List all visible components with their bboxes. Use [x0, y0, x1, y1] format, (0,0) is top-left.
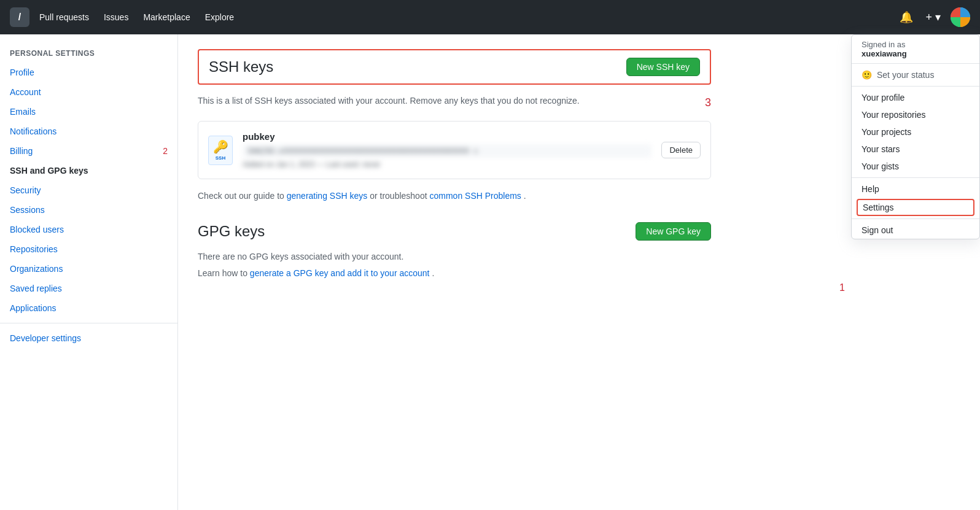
- sidebar-divider: [0, 323, 177, 323]
- generating-ssh-keys-link[interactable]: generating SSH keys: [287, 191, 368, 201]
- user-dropdown-menu: Signed in as xuexiawang 🙂 Set your statu…: [851, 34, 980, 239]
- notifications-bell-button[interactable]: 🔔: [897, 8, 916, 26]
- logo-label: /: [18, 12, 21, 23]
- sidebar-item-repositories[interactable]: Repositories: [0, 239, 177, 259]
- delete-key-button[interactable]: Delete: [661, 142, 701, 158]
- dropdown-divider-2: [852, 86, 979, 87]
- key-icon: 🔑 SSH: [208, 136, 233, 165]
- dropdown-username: xuexiawang: [861, 49, 907, 58]
- new-ssh-key-button[interactable]: New SSH key: [626, 58, 700, 76]
- nav-marketplace[interactable]: Marketplace: [143, 12, 190, 22]
- signed-in-label: Signed in as: [861, 40, 906, 49]
- dropdown-divider-3: [852, 177, 979, 178]
- nav-issues[interactable]: Issues: [104, 12, 128, 22]
- ssh-section-desc: This is a list of SSH keys associated wi…: [198, 95, 711, 111]
- smiley-icon: 🙂: [861, 70, 872, 80]
- gpg-section-title: GPG keys: [198, 223, 265, 240]
- gpg-desc-text: There are no GPG keys associated with yo…: [198, 250, 711, 263]
- key-name: pubkey: [243, 131, 651, 142]
- ssh-key-card: 🔑 SSH pubkey SHA256:xXXXXXXXXXXXXXXXXXXX…: [198, 121, 711, 179]
- key-added-date: Added on Jan 1, 2023 — Last used: never: [243, 160, 651, 169]
- dropdown-divider-1: [852, 63, 979, 64]
- sidebar: Personal settings Profile Account Emails…: [0, 34, 178, 510]
- billing-label: Billing: [10, 146, 33, 156]
- your-gists-item[interactable]: Your gists: [852, 158, 979, 175]
- set-status-label: Set your status: [877, 70, 934, 80]
- help-item[interactable]: Help: [852, 180, 979, 198]
- header-nav: Pull requests Issues Marketplace Explore: [39, 12, 897, 22]
- key-info: pubkey SHA256:xXXXXXXXXXXXXXXXXXXXXXXXXX…: [243, 131, 651, 169]
- header: / Pull requests Issues Marketplace Explo…: [0, 0, 980, 34]
- set-status-item[interactable]: 🙂 Set your status: [852, 66, 979, 83]
- dropdown-divider-4: [852, 218, 979, 219]
- gpg-learn-prefix: Learn how to: [198, 268, 247, 278]
- sidebar-item-organizations[interactable]: Organizations: [0, 259, 177, 279]
- sidebar-item-blocked-users[interactable]: Blocked users: [0, 220, 177, 239]
- gpg-learn-text: Learn how to generate a GPG key and add …: [198, 268, 711, 278]
- nav-pull-requests[interactable]: Pull requests: [39, 12, 89, 22]
- sign-out-item[interactable]: Sign out: [852, 222, 979, 239]
- step-3-label: 3: [705, 95, 711, 111]
- guide-prefix: Check out our guide to: [198, 191, 284, 201]
- key-fingerprint: SHA256:xXXXXXXXXXXXXXXXXXXXXXXXXXXXXXXXX…: [243, 144, 651, 158]
- header-logo[interactable]: /: [10, 7, 29, 27]
- key-type-label: SSH: [216, 155, 225, 161]
- sidebar-item-applications[interactable]: Applications: [0, 298, 177, 318]
- plus-menu-button[interactable]: + ▾: [923, 8, 943, 26]
- sidebar-item-sessions[interactable]: Sessions: [0, 200, 177, 220]
- sidebar-developer-settings[interactable]: Developer settings: [0, 328, 177, 348]
- ssh-section-title: SSH keys: [209, 58, 273, 75]
- ssh-section-header: SSH keys New SSH key: [198, 49, 711, 85]
- sidebar-item-profile[interactable]: Profile: [0, 63, 177, 82]
- nav-explore[interactable]: Explore: [205, 12, 234, 22]
- your-stars-item[interactable]: Your stars: [852, 141, 979, 158]
- ssh-desc-text: This is a list of SSH keys associated wi…: [198, 95, 580, 107]
- sidebar-item-emails[interactable]: Emails: [0, 102, 177, 122]
- page-layout: Personal settings Profile Account Emails…: [0, 34, 980, 510]
- guide-end: .: [524, 191, 526, 201]
- sidebar-item-billing[interactable]: Billing 2: [0, 141, 177, 161]
- billing-badge: 2: [163, 146, 168, 156]
- dropdown-signed-in: Signed in as xuexiawang: [852, 35, 979, 61]
- step-1-label: 1: [839, 282, 845, 293]
- settings-item[interactable]: Settings: [857, 199, 974, 216]
- header-right: 🔔 + ▾: [897, 7, 970, 27]
- your-profile-item[interactable]: Your profile: [852, 89, 979, 106]
- sidebar-item-security[interactable]: Security: [0, 180, 177, 200]
- common-ssh-problems-link[interactable]: common SSH Problems: [429, 191, 521, 201]
- your-repositories-item[interactable]: Your repositories: [852, 106, 979, 123]
- avatar-menu-button[interactable]: [951, 7, 970, 27]
- your-projects-item[interactable]: Your projects: [852, 123, 979, 141]
- generate-gpg-key-link[interactable]: generate a GPG key and add it to your ac…: [250, 268, 430, 278]
- key-icon-image: 🔑: [213, 139, 228, 154]
- ssh-guide-text: Check out our guide to generating SSH ke…: [198, 189, 711, 203]
- guide-middle: or troubleshoot: [370, 191, 427, 201]
- sidebar-item-notifications[interactable]: Notifications: [0, 122, 177, 141]
- gpg-section-header: GPG keys New GPG key: [198, 222, 711, 241]
- avatar-grid: [951, 7, 970, 27]
- new-gpg-key-button[interactable]: New GPG key: [636, 222, 711, 241]
- gpg-learn-end: .: [432, 268, 434, 278]
- sidebar-item-account[interactable]: Account: [0, 82, 177, 102]
- sidebar-item-ssh-gpg[interactable]: SSH and GPG keys: [0, 161, 177, 180]
- sidebar-item-saved-replies[interactable]: Saved replies: [0, 279, 177, 298]
- sidebar-section-label: Personal settings: [0, 44, 177, 63]
- main-content: SSH keys New SSH key This is a list of S…: [178, 34, 731, 510]
